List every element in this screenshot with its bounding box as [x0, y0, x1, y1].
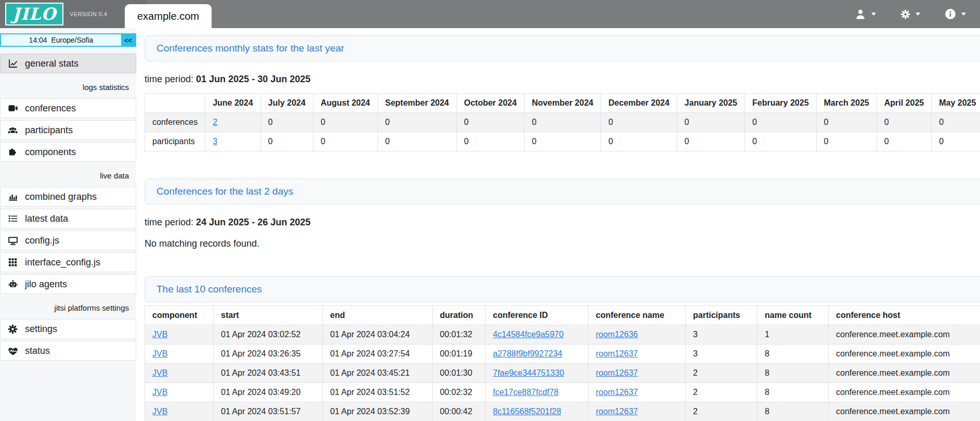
empty-records-message: No matching records found.	[145, 238, 980, 249]
sidebar-item-general-stats[interactable]: general stats	[0, 54, 136, 73]
sidebar-section-label: logs statistics	[0, 75, 136, 98]
sidebar-item-latest-data[interactable]: latest data	[0, 209, 136, 228]
section-title-monthly-stats[interactable]: Conferences monthly stats for the last y…	[156, 43, 344, 54]
table-cell: JVB	[145, 325, 214, 345]
column-header: end	[323, 306, 433, 325]
conference-id-link[interactable]: fce17ce887fcdf78	[493, 388, 558, 397]
column-header	[145, 94, 205, 113]
component-link[interactable]: JVB	[152, 368, 167, 377]
robot-icon	[7, 279, 19, 289]
users-icon	[7, 126, 19, 134]
sidebar-item-status[interactable]: status	[0, 341, 136, 361]
column-header: component	[145, 306, 214, 325]
table-row: participants3000000000000	[145, 132, 980, 151]
sidebar-item-interface-config-js[interactable]: interface_config.js	[0, 252, 136, 272]
sidebar-item-settings[interactable]: settings	[0, 319, 136, 339]
component-link[interactable]: JVB	[152, 388, 167, 397]
conference-name-link[interactable]: room12637	[596, 388, 638, 397]
column-header: September 2024	[377, 94, 456, 113]
table-cell: 7fae9ce344751330	[486, 364, 589, 383]
table-cell: 0	[745, 113, 817, 132]
table-cell: JVB	[145, 364, 214, 383]
section-title-last-10[interactable]: The last 10 conferences	[156, 284, 262, 295]
monthly-count-link[interactable]: 3	[213, 137, 217, 146]
conference-id-link[interactable]: 7fae9ce344751330	[493, 368, 564, 377]
table-cell: 0	[260, 132, 313, 151]
table-row: JVB01 Apr 2024 03:49:2001 Apr 2024 03:51…	[145, 383, 980, 402]
content-column: Conferences monthly stats for the last y…	[145, 35, 980, 421]
conference-name-link[interactable]: room12637	[596, 368, 638, 377]
sidebar-item-jilo-agents[interactable]: jilo agents	[0, 274, 136, 294]
sidebar-item-participants[interactable]: participants	[0, 120, 136, 140]
table-cell: 01 Apr 2024 03:51:52	[323, 383, 433, 402]
table-cell: room12637	[589, 345, 686, 364]
sidebar-item-label: interface_config.js	[25, 257, 100, 268]
gear-icon	[900, 9, 910, 19]
heart-pulse-icon	[7, 347, 19, 355]
column-header: name count	[757, 306, 829, 325]
main-content: Conferences monthly stats for the last y…	[136, 28, 980, 421]
component-link[interactable]: JVB	[152, 407, 167, 416]
monthly-stats-table-body: conferences2000000000000participants3000…	[145, 113, 980, 151]
sidebar-item-label: config.js	[25, 235, 59, 246]
time-period-last-2-days: time period: 24 Jun 2025 - 26 Jun 2025	[145, 217, 980, 228]
sidebar-item-label: combined graphs	[25, 192, 97, 202]
user-menu[interactable]	[855, 9, 877, 19]
table-cell: conference.meet.example.com	[829, 402, 980, 421]
section-title-last-2-days[interactable]: Conferences for the last 2 days	[156, 186, 293, 197]
column-header: May 2025	[932, 94, 980, 113]
time-period-value: 01 Jun 2025 - 30 Jun 2025	[196, 74, 310, 84]
gear-menu[interactable]	[900, 9, 921, 19]
app-logo: JILO	[5, 3, 63, 25]
conference-name-link[interactable]: room12636	[596, 330, 638, 339]
table-cell: JVB	[145, 402, 214, 421]
sidebar-item-components[interactable]: components	[0, 142, 136, 162]
info-menu[interactable]	[945, 8, 966, 20]
conference-name-link[interactable]: room12637	[596, 349, 638, 358]
conference-id-link[interactable]: 4c14584fce9a5970	[493, 330, 564, 339]
table-cell: 2	[205, 113, 260, 132]
platform-tab[interactable]: example.com	[125, 4, 212, 28]
last-10-table-head: componentstartenddurationconference IDco…	[145, 306, 980, 325]
table-cell: 0	[816, 132, 877, 151]
sidebar-item-label: latest data	[25, 213, 68, 224]
table-row: conferences2000000000000	[145, 113, 980, 132]
table-cell: 8c116568f5201f28	[486, 402, 589, 421]
table-cell: 01 Apr 2024 03:45:21	[323, 364, 433, 383]
component-link[interactable]: JVB	[152, 349, 167, 358]
sidebar-item-config-js[interactable]: config.js	[0, 231, 136, 250]
sidebar-item-combined-graphs[interactable]: combined graphs	[0, 187, 136, 207]
sidebar-item-label: components	[25, 147, 76, 158]
conference-name-link[interactable]: room12637	[596, 407, 638, 416]
conference-id-link[interactable]: 8c116568f5201f28	[493, 407, 561, 416]
table-cell: 4c14584fce9a5970	[486, 325, 589, 345]
sidebar-collapse-button[interactable]: <<	[121, 34, 135, 46]
clock-time: 14:04	[29, 36, 47, 44]
column-header: February 2025	[745, 94, 817, 113]
table-cell: 0	[313, 132, 377, 151]
column-header: conference name	[589, 306, 686, 325]
table-cell: room12637	[589, 364, 686, 383]
table-cell: room12636	[589, 325, 686, 345]
time-period-label: time period:	[145, 74, 193, 84]
table-cell: 0	[601, 132, 677, 151]
bar-chart-icon	[7, 192, 19, 201]
caret-down-icon	[915, 12, 921, 16]
table-cell: 0	[877, 132, 931, 151]
table-cell: 0	[677, 132, 744, 151]
table-cell: JVB	[145, 345, 214, 364]
row-label: participants	[145, 132, 205, 151]
table-header-row: componentstartenddurationconference IDco…	[145, 306, 980, 325]
header-menus	[855, 8, 980, 20]
table-cell: 01 Apr 2024 03:49:20	[214, 383, 323, 402]
table-cell: 2	[686, 364, 757, 383]
column-header: duration	[433, 306, 486, 325]
table-row: JVB01 Apr 2024 03:51:5701 Apr 2024 03:52…	[145, 402, 980, 421]
monthly-count-link[interactable]: 2	[213, 118, 217, 126]
table-row: JVB01 Apr 2024 03:26:3501 Apr 2024 03:27…	[145, 345, 980, 364]
caret-down-icon	[961, 12, 966, 16]
table-cell: 00:01:32	[433, 325, 486, 345]
component-link[interactable]: JVB	[152, 330, 167, 339]
conference-id-link[interactable]: a2788f9bf9927234	[493, 349, 562, 358]
sidebar-item-conferences[interactable]: conferences	[0, 98, 136, 118]
